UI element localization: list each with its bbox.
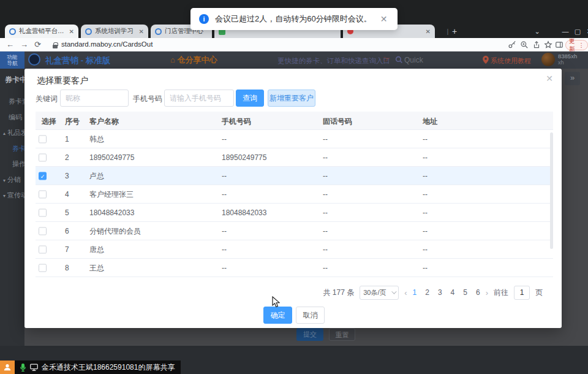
cell-name: 18950249775 bbox=[89, 153, 134, 162]
cell-name: 客户经理张三 bbox=[89, 189, 134, 199]
nav-toggle-button[interactable]: 功能 导航 bbox=[0, 52, 24, 69]
page-1[interactable]: 1 bbox=[413, 288, 417, 297]
user-avatar[interactable] bbox=[541, 53, 555, 66]
cell-address: -- bbox=[423, 264, 428, 272]
cancel-button[interactable]: 取消 bbox=[296, 307, 325, 324]
tab-search-chevron-icon[interactable]: ⌄ bbox=[532, 26, 543, 37]
prev-page-icon[interactable]: ‹ bbox=[404, 288, 407, 297]
row-checkbox[interactable] bbox=[39, 190, 47, 198]
screen-share-bar: 金禾通技术王斌18662591081的屏幕共享 bbox=[15, 361, 181, 374]
sidebar-item[interactable]: 操作 bbox=[12, 159, 24, 169]
tab-close-icon[interactable]: ✕ bbox=[66, 28, 74, 35]
page-size-select[interactable]: 30条/页 bbox=[360, 286, 399, 300]
keyword-label: 关键词 bbox=[36, 94, 58, 104]
row-checkbox[interactable] bbox=[39, 245, 47, 253]
tab-close-icon[interactable]: ✕ bbox=[422, 28, 431, 35]
collapse-panel-button[interactable]: » bbox=[565, 72, 580, 85]
table-row[interactable]: 2 18950249775 18950249775 -- -- bbox=[36, 148, 553, 167]
cell-address: -- bbox=[423, 135, 428, 143]
kebab-menu-icon[interactable]: ⋮ bbox=[579, 42, 585, 48]
key-icon[interactable] bbox=[508, 40, 516, 49]
share-bar-label: 金禾通技术王斌18662591081的屏幕共享 bbox=[42, 362, 175, 373]
quick-search-icon[interactable] bbox=[395, 56, 403, 64]
sidebar-item[interactable]: ▾宣传动 bbox=[3, 191, 24, 200]
row-checkbox[interactable] bbox=[39, 227, 47, 235]
keyword-input[interactable] bbox=[60, 90, 129, 107]
row-checkbox[interactable] bbox=[39, 153, 47, 161]
window-maximize-icon[interactable]: ▢ bbox=[572, 26, 583, 37]
microphone-icon bbox=[20, 364, 26, 372]
browser-tab-2[interactable]: 系统培训学习 ✕ bbox=[81, 25, 148, 38]
col-select: 选择 bbox=[42, 116, 56, 127]
reload-icon[interactable]: ⟳ bbox=[34, 39, 41, 50]
share-icon[interactable] bbox=[532, 40, 541, 49]
screen: 礼盒营销平台管理中心 ✕ 系统培训学习 ✕ 门店管理中心 ✕ | + ⌄ — ▢… bbox=[0, 0, 588, 374]
page-6[interactable]: 6 bbox=[476, 288, 480, 297]
window-close-icon[interactable]: ✕ bbox=[584, 26, 588, 37]
cell-address: -- bbox=[423, 153, 428, 162]
cell-name: 18048842033 bbox=[89, 208, 134, 217]
sidebar-item[interactable]: ▾分销 bbox=[3, 175, 24, 185]
site-favicon bbox=[85, 28, 92, 35]
meeting-toast: i 会议已超过2人，自动转为60分钟限时会议。 ✕ bbox=[190, 8, 398, 30]
row-checkbox[interactable] bbox=[39, 208, 47, 216]
table-row[interactable]: 5 18048842033 18048842033 -- -- bbox=[36, 204, 553, 222]
confirm-button[interactable]: 确定 bbox=[263, 307, 292, 324]
cell-phone: 18048842033 bbox=[222, 208, 266, 217]
table-row-selected[interactable]: ✓ 3 卢总 -- -- -- bbox=[36, 167, 553, 185]
sidebar-item-label: 操作 bbox=[12, 160, 24, 167]
add-customer-button[interactable]: 新增重要客户 bbox=[268, 90, 315, 107]
sidebar-item[interactable]: 编码 bbox=[9, 113, 24, 122]
row-checkbox[interactable] bbox=[39, 135, 47, 143]
toast-close-icon[interactable]: ✕ bbox=[380, 14, 388, 24]
lock-icon[interactable] bbox=[53, 45, 58, 48]
table-scrollbar[interactable] bbox=[550, 132, 553, 249]
page-numbers: 1 2 3 4 5 6 bbox=[413, 288, 480, 297]
row-checkbox[interactable] bbox=[39, 264, 47, 272]
submit-button-dimmed[interactable]: 提交 bbox=[296, 328, 323, 341]
reset-button-dimmed[interactable]: 重置 bbox=[329, 328, 355, 341]
back-icon[interactable]: ← bbox=[6, 39, 14, 50]
cell-name: 王总 bbox=[89, 262, 104, 273]
modal-close-icon[interactable]: ✕ bbox=[546, 74, 553, 83]
table-row[interactable]: 6 分销代理的会员 -- -- -- bbox=[36, 222, 553, 240]
row-checkbox-checked[interactable]: ✓ bbox=[39, 172, 47, 180]
update-button[interactable]: 更新 ⋮ bbox=[565, 40, 588, 50]
table-row[interactable]: 7 唐总 -- -- -- bbox=[36, 240, 553, 259]
sidebar-item[interactable]: 券卡查 bbox=[9, 97, 24, 106]
goto-page-input[interactable] bbox=[514, 286, 530, 300]
phone-input[interactable] bbox=[164, 90, 234, 107]
forward-icon[interactable]: → bbox=[20, 39, 28, 50]
share-center-link[interactable]: ⌂ 仓分享中心 bbox=[170, 55, 217, 66]
page-2[interactable]: 2 bbox=[425, 288, 429, 297]
sidebar-item-active[interactable]: 券卡 bbox=[12, 144, 24, 153]
share-app-icon[interactable] bbox=[0, 361, 15, 374]
quick-label[interactable]: Quick bbox=[404, 56, 423, 64]
page-4[interactable]: 4 bbox=[451, 288, 455, 297]
url-text[interactable]: standard.maboy.cn/CardsOut bbox=[61, 40, 153, 48]
window-minimize-icon[interactable]: — bbox=[560, 26, 571, 37]
total-count: 共 177 条 bbox=[323, 288, 354, 298]
cell-tel: -- bbox=[323, 208, 328, 217]
cell-tel: -- bbox=[323, 135, 328, 143]
zoom-icon[interactable] bbox=[520, 40, 529, 49]
tab-close-icon[interactable]: ✕ bbox=[135, 28, 144, 35]
bookmark-star-icon[interactable] bbox=[544, 40, 552, 49]
next-page-icon[interactable]: › bbox=[486, 288, 488, 297]
table-row[interactable]: 8 王总 -- -- -- bbox=[36, 259, 553, 277]
tab-title: 系统培训学习 bbox=[95, 27, 134, 36]
sidebar-item[interactable]: ▴礼品发 bbox=[3, 128, 24, 137]
table-row[interactable]: 4 客户经理张三 -- -- -- bbox=[36, 185, 553, 204]
search-button[interactable]: 查询 bbox=[236, 90, 264, 107]
table-row[interactable]: 1 韩总 -- -- -- bbox=[36, 130, 553, 148]
side-panel-icon[interactable] bbox=[555, 40, 564, 49]
tutorial-link[interactable]: 系统使用教程 bbox=[491, 56, 531, 66]
col-name: 客户名称 bbox=[89, 116, 119, 127]
cell-address: -- bbox=[423, 190, 428, 199]
col-tel: 固话号码 bbox=[323, 116, 352, 127]
page-3[interactable]: 3 bbox=[438, 288, 442, 297]
page-5[interactable]: 5 bbox=[463, 288, 467, 297]
new-tab-button[interactable]: + bbox=[449, 26, 460, 37]
browser-tab-1[interactable]: 礼盒营销平台管理中心 ✕ bbox=[5, 25, 78, 38]
sidebar-item-label: 礼品发 bbox=[7, 129, 24, 136]
